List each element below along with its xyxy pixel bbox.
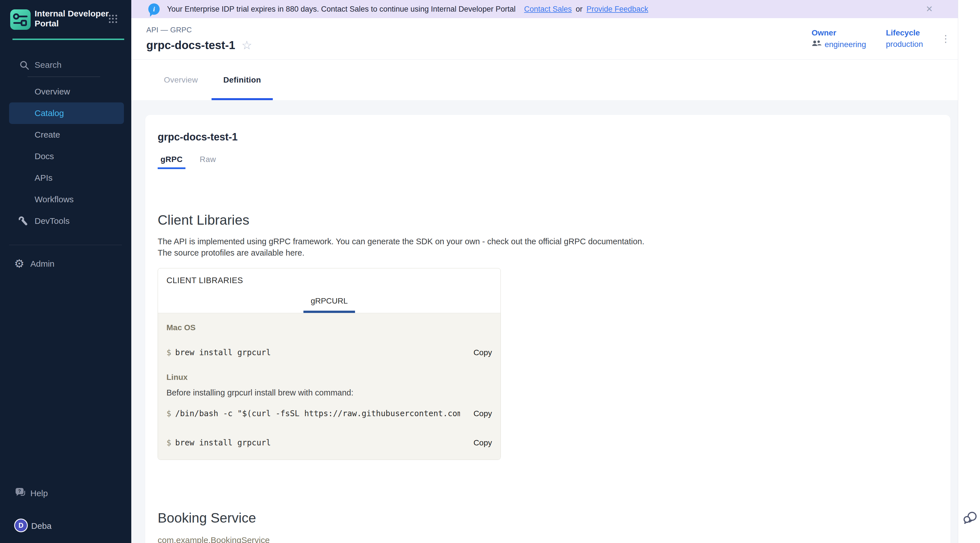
page-header: API — GRPC grpc-docs-test-1 ☆ Owner bbox=[131, 18, 958, 60]
search-label: Search bbox=[35, 60, 62, 70]
client-libraries-box-label: CLIENT LIBRARIES bbox=[158, 268, 501, 285]
search-icon bbox=[19, 60, 30, 73]
description-line: The source protofiles are available here… bbox=[158, 247, 950, 258]
sidebar-item-label: Overview bbox=[35, 87, 70, 96]
os-title-macos: Mac OS bbox=[167, 323, 492, 332]
main-region: i Your Enterprise IDP trial expires in 8… bbox=[131, 0, 958, 543]
command-string: brew install grpcurl bbox=[175, 348, 271, 357]
tab-grpcurl[interactable]: gRPCURL bbox=[304, 296, 355, 313]
provide-feedback-link[interactable]: Provide Feedback bbox=[586, 5, 648, 14]
help-chat-icon: ? bbox=[15, 487, 27, 501]
lifecycle-block: Lifecycle production bbox=[886, 29, 923, 49]
user-menu[interactable]: D Deba bbox=[0, 517, 131, 535]
sidebar-search[interactable]: Search bbox=[0, 56, 131, 74]
sidebar-item-overview[interactable]: Overview bbox=[0, 81, 131, 102]
tab-raw[interactable]: Raw bbox=[197, 155, 219, 169]
tab-label: gRPC bbox=[161, 155, 183, 164]
command-text: $ brew install grpcurl bbox=[167, 438, 271, 447]
tab-label: Definition bbox=[223, 75, 261, 84]
app-title: Internal Developer Portal bbox=[35, 8, 109, 29]
app-logo-icon[interactable] bbox=[10, 10, 30, 30]
support-chat-icon[interactable] bbox=[963, 511, 978, 526]
shell-prompt: $ bbox=[167, 348, 171, 357]
owner-label: Owner bbox=[811, 29, 866, 37]
command-string: brew install grpcurl bbox=[175, 438, 271, 447]
content-area: grpc-docs-test-1 gRPC Raw Client Librari… bbox=[131, 100, 958, 543]
avatar-initial: D bbox=[18, 521, 23, 529]
booking-service-fqn: com.example.BookingService bbox=[158, 535, 950, 543]
sidebar-divider bbox=[9, 245, 122, 245]
client-libraries-description: The API is implemented using gRPC framew… bbox=[158, 236, 950, 258]
copy-button[interactable]: Copy bbox=[474, 409, 492, 418]
definition-card: grpc-docs-test-1 gRPC Raw Client Librari… bbox=[145, 115, 950, 543]
sidebar-nav: Overview Catalog Create Docs APIs Workfl… bbox=[0, 81, 131, 232]
tab-grpc[interactable]: gRPC bbox=[158, 155, 185, 169]
tab-label: Raw bbox=[200, 155, 216, 164]
sidebar-item-catalog[interactable]: Catalog bbox=[9, 102, 124, 124]
definition-title: grpc-docs-test-1 bbox=[158, 131, 950, 143]
contact-sales-link[interactable]: Contact Sales bbox=[524, 5, 572, 14]
copy-button[interactable]: Copy bbox=[474, 348, 492, 357]
sidebar-item-devtools[interactable]: DevTools bbox=[0, 210, 131, 232]
sidebar-item-docs[interactable]: Docs bbox=[0, 145, 131, 167]
app-title-line2: Portal bbox=[35, 18, 109, 29]
svg-text:?: ? bbox=[18, 489, 21, 494]
help-button[interactable]: ? Help bbox=[0, 483, 131, 503]
sidebar-item-label: Docs bbox=[35, 151, 54, 161]
sidebar-item-label: Catalog bbox=[35, 108, 64, 118]
trial-banner: i Your Enterprise IDP trial expires in 8… bbox=[131, 0, 958, 18]
owner-link[interactable]: engineering bbox=[825, 40, 866, 49]
banner-message: Your Enterprise IDP trial expires in 880… bbox=[167, 5, 515, 14]
lifecycle-value: production bbox=[886, 40, 923, 49]
sidebar-item-label: Workflows bbox=[35, 194, 74, 204]
group-icon bbox=[811, 40, 822, 49]
wrench-icon bbox=[18, 216, 29, 228]
booking-service-heading: Booking Service bbox=[158, 510, 950, 526]
logo-row: Internal Developer Portal bbox=[0, 0, 131, 40]
lifecycle-label: Lifecycle bbox=[886, 29, 923, 37]
command-row: $ /bin/bash -c "$(curl -fsSL https://raw… bbox=[167, 409, 492, 418]
sidebar-item-label: DevTools bbox=[35, 216, 70, 226]
avatar: D bbox=[14, 519, 28, 532]
sidebar-item-workflows[interactable]: Workflows bbox=[0, 189, 131, 210]
banner-or: or bbox=[576, 5, 582, 14]
install-instructions: Mac OS $ brew install grpcurl Copy Linux… bbox=[158, 313, 501, 460]
copy-button[interactable]: Copy bbox=[474, 438, 492, 447]
tab-label: gRPCURL bbox=[311, 296, 348, 305]
linux-intro: Before installing grpcurl install brew w… bbox=[167, 388, 492, 398]
sidebar: Internal Developer Portal Search Overvie… bbox=[0, 0, 131, 543]
gear-icon: ⚙ bbox=[14, 257, 24, 270]
right-gutter bbox=[958, 0, 980, 543]
command-row: $ brew install grpcurl Copy bbox=[167, 348, 492, 357]
close-icon[interactable]: ✕ bbox=[926, 4, 933, 14]
sidebar-item-label: APIs bbox=[35, 173, 52, 183]
app-title-line1: Internal Developer bbox=[35, 8, 109, 18]
sidebar-item-apis[interactable]: APIs bbox=[0, 167, 131, 189]
owner-block: Owner engineering bbox=[811, 29, 866, 49]
user-name: Deba bbox=[31, 521, 52, 531]
favorite-star-icon[interactable]: ☆ bbox=[241, 40, 252, 51]
entity-meta: Owner engineering bbox=[811, 29, 923, 49]
kebab-menu-icon[interactable]: ⋮ bbox=[941, 33, 950, 44]
shell-prompt: $ bbox=[167, 438, 171, 447]
command-row: $ brew install grpcurl Copy bbox=[167, 438, 492, 447]
sidebar-item-create[interactable]: Create bbox=[0, 124, 131, 145]
app-switcher-icon[interactable] bbox=[109, 15, 118, 23]
sidebar-item-admin[interactable]: ⚙ Admin bbox=[0, 253, 131, 275]
tab-overview[interactable]: Overview bbox=[150, 60, 212, 100]
help-label: Help bbox=[30, 489, 48, 498]
sidebar-item-label: Create bbox=[35, 130, 60, 140]
client-libraries-heading: Client Libraries bbox=[158, 212, 950, 228]
command-text: $ brew install grpcurl bbox=[167, 348, 271, 357]
client-libraries-box: CLIENT LIBRARIES gRPCURL Mac OS $ brew i… bbox=[158, 268, 501, 460]
shell-prompt: $ bbox=[167, 409, 171, 418]
command-string: /bin/bash -c "$(curl -fsSL https://raw.g… bbox=[175, 409, 460, 418]
tab-definition[interactable]: Definition bbox=[212, 60, 273, 100]
search-divider bbox=[27, 76, 100, 77]
entity-tabbar: Overview Definition bbox=[131, 60, 958, 100]
info-icon: i bbox=[148, 3, 160, 15]
os-title-linux: Linux bbox=[167, 373, 492, 382]
description-line: The API is implemented using gRPC framew… bbox=[158, 236, 950, 247]
page-title: grpc-docs-test-1 bbox=[146, 39, 235, 52]
admin-label: Admin bbox=[30, 259, 54, 269]
